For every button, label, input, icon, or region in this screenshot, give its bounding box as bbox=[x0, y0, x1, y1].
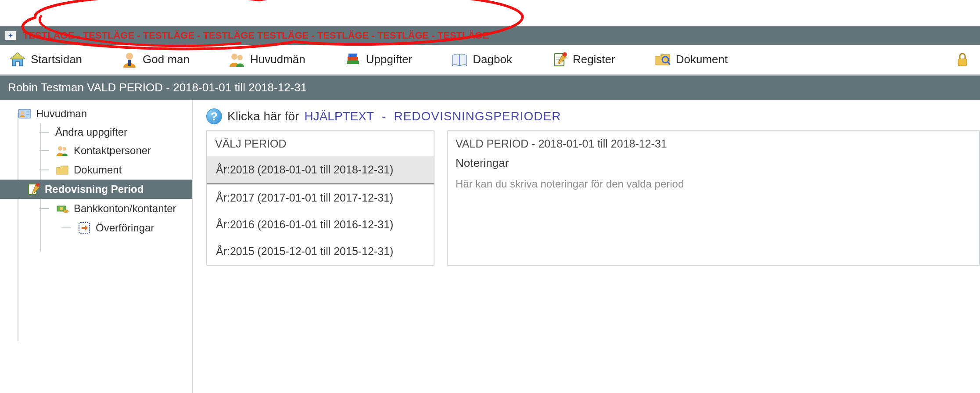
tree-root-huvudman[interactable]: Huvudman bbox=[13, 104, 192, 123]
test-mode-banner: ✦ TESTLÄGE - TESTLÄGE - TESTLÄGE - TESTL… bbox=[0, 26, 980, 45]
help-prefix: Klicka här för bbox=[227, 109, 299, 123]
tree-redovisning-period[interactable]: Redovisning Period bbox=[0, 180, 192, 199]
folder-icon bbox=[55, 163, 69, 177]
toolbar-label: Huvudmän bbox=[250, 53, 305, 66]
context-bar: Robin Testman VALD PERIOD - 2018-01-01 t… bbox=[0, 76, 980, 100]
app-icon: ✦ bbox=[4, 31, 17, 40]
notes-subtitle: Noteringar bbox=[448, 156, 979, 178]
svg-point-21 bbox=[63, 147, 66, 151]
notepad-pencil-icon bbox=[26, 182, 40, 196]
period-item[interactable]: År:2015 (2015-12-01 till 2015-12-31) bbox=[207, 238, 434, 265]
toolbar-label: Uppgifter bbox=[366, 53, 413, 66]
tree-dokument[interactable]: Dokument bbox=[35, 160, 192, 180]
test-mode-text: TESTLÄGE - TESTLÄGE - TESTLÄGE - TESTLÄG… bbox=[23, 30, 489, 41]
tree-kontaktpersoner[interactable]: Kontaktpersoner bbox=[35, 141, 192, 160]
notes-panel: VALD PERIOD - 2018-01-01 till 2018-12-31… bbox=[447, 130, 980, 266]
toolbar-lock[interactable] bbox=[954, 51, 971, 69]
svg-point-2 bbox=[126, 53, 133, 60]
cash-icon bbox=[55, 202, 69, 216]
svg-rect-15 bbox=[958, 59, 967, 66]
svg-rect-6 bbox=[347, 61, 359, 64]
tree-bankkonton[interactable]: Bankkonton/kontanter bbox=[35, 199, 192, 218]
tree-label: Bankkonton/kontanter bbox=[74, 202, 176, 215]
svg-rect-8 bbox=[348, 54, 357, 57]
period-panel-title: VÄLJ PERIOD bbox=[207, 131, 434, 156]
help-row[interactable]: ? Klicka här för HJÄLPTEXT - REDOVISNING… bbox=[206, 108, 980, 124]
help-link[interactable]: HJÄLPTEXT bbox=[304, 109, 374, 123]
tree-andra-uppgifter[interactable]: Ändra uppgifter bbox=[35, 123, 192, 141]
toolbar-label: Startsidan bbox=[31, 53, 82, 66]
toolbar-startsidan[interactable]: Startsidan bbox=[9, 51, 82, 69]
period-list: År:2018 (2018-01-01 till 2018-12-31) År:… bbox=[207, 156, 434, 265]
nav-tree: Huvudman Ändra uppgifter Kontaktpersoner bbox=[0, 100, 193, 393]
help-topic: REDOVISNINGSPERIODER bbox=[394, 109, 561, 123]
notes-placeholder-text: Här kan du skriva noteringar för den val… bbox=[456, 178, 684, 190]
svg-rect-3 bbox=[128, 60, 131, 66]
toolbar-dagbok[interactable]: Dagbok bbox=[451, 51, 512, 69]
tree-label: Dokument bbox=[74, 164, 122, 176]
toolbar-label: Dagbok bbox=[473, 53, 512, 66]
toolbar-uppgifter[interactable]: Uppgifter bbox=[344, 51, 413, 69]
svg-marker-1 bbox=[11, 53, 25, 59]
transfer-icon bbox=[77, 221, 91, 235]
open-book-icon bbox=[451, 51, 468, 69]
svg-rect-7 bbox=[348, 57, 358, 61]
toolbar-dokument[interactable]: Dokument bbox=[654, 51, 728, 69]
toolbar-godman[interactable]: God man bbox=[121, 51, 190, 69]
svg-point-20 bbox=[58, 146, 62, 151]
tree-label: Ändra uppgifter bbox=[55, 126, 127, 138]
tree-label: Överföringar bbox=[96, 222, 154, 234]
svg-point-5 bbox=[237, 55, 243, 60]
contact-card-icon bbox=[18, 107, 32, 121]
people-icon bbox=[55, 144, 69, 158]
svg-point-4 bbox=[231, 54, 237, 60]
svg-point-23 bbox=[36, 183, 39, 187]
lock-icon bbox=[954, 51, 971, 69]
toolbar-label: God man bbox=[143, 53, 190, 66]
books-icon bbox=[344, 51, 362, 69]
svg-point-25 bbox=[60, 207, 63, 210]
help-sep: - bbox=[382, 109, 386, 123]
person-suit-icon bbox=[121, 51, 138, 69]
notes-textarea[interactable]: Här kan du skriva noteringar för den val… bbox=[448, 178, 979, 190]
people-icon bbox=[228, 51, 246, 69]
period-item[interactable]: År:2017 (2017-01-01 till 2017-12-31) bbox=[207, 184, 434, 211]
svg-point-17 bbox=[21, 111, 24, 115]
svg-point-26 bbox=[63, 210, 68, 213]
notes-panel-title: VALD PERIOD - 2018-01-01 till 2018-12-31 bbox=[448, 131, 979, 156]
help-icon: ? bbox=[206, 108, 222, 124]
context-text: Robin Testman VALD PERIOD - 2018-01-01 t… bbox=[8, 81, 307, 94]
content-area: ? Klicka här för HJÄLPTEXT - REDOVISNING… bbox=[193, 100, 980, 393]
tree-label: Huvudman bbox=[36, 108, 87, 120]
toolbar-label: Dokument bbox=[676, 53, 728, 66]
period-select-panel: VÄLJ PERIOD År:2018 (2018-01-01 till 201… bbox=[206, 130, 434, 266]
svg-point-12 bbox=[563, 52, 567, 57]
period-item[interactable]: År:2018 (2018-01-01 till 2018-12-31) bbox=[207, 156, 434, 184]
tree-label: Kontaktpersoner bbox=[74, 144, 151, 157]
toolbar-huvudman[interactable]: Huvudmän bbox=[228, 51, 305, 69]
main-area: Huvudman Ändra uppgifter Kontaktpersoner bbox=[0, 100, 980, 393]
tree-overforingar[interactable]: Överföringar bbox=[57, 218, 192, 238]
folder-search-icon bbox=[654, 51, 671, 69]
notepad-pencil-icon bbox=[551, 51, 568, 69]
main-toolbar: Startsidan God man Huvudmän Uppgifter Da… bbox=[0, 45, 980, 76]
home-icon bbox=[9, 51, 26, 69]
toolbar-register[interactable]: Register bbox=[551, 51, 615, 69]
tree-label: Redovisning Period bbox=[45, 183, 144, 195]
toolbar-label: Register bbox=[573, 53, 615, 66]
period-item[interactable]: År:2016 (2016-01-01 till 2016-12-31) bbox=[207, 211, 434, 238]
